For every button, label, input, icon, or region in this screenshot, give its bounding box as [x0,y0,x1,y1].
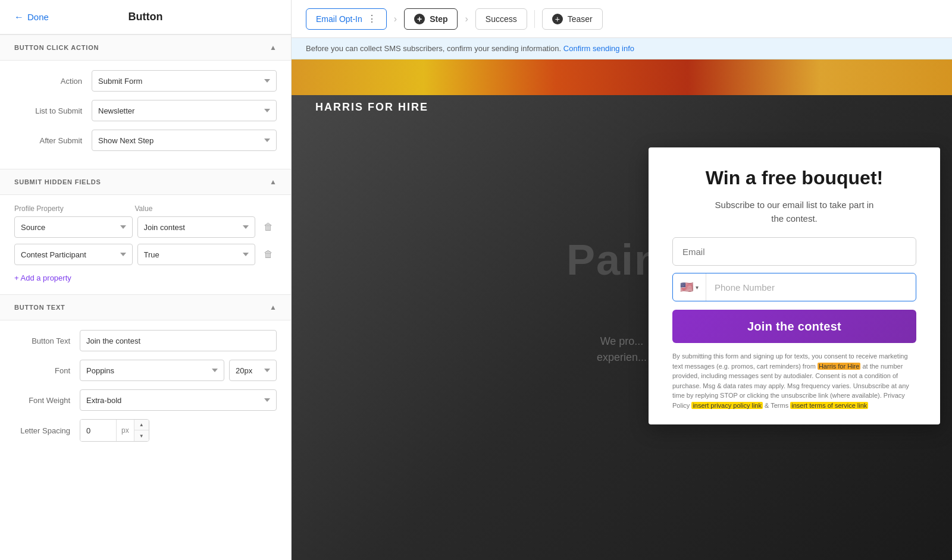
hidden-field-row-1: Source Join contest 🗑 [14,216,277,238]
popup-title: Win a free bouquet! [672,166,916,189]
terms-link-highlight[interactable]: insert terms of service link [790,402,868,409]
action-row: Action Submit Form [14,70,277,92]
step-button[interactable]: + Step [404,8,458,30]
success-button[interactable]: Success [475,8,527,30]
floral-background-top [292,59,952,95]
collapse-hidden-fields[interactable]: ▲ [270,178,277,186]
arrow-icon-2: › [465,14,468,24]
top-bar: Email Opt-In ⋮ › + Step › Success + Teas… [292,0,952,38]
property-select-2[interactable]: Contest Participant [14,244,133,265]
font-select[interactable]: Poppins [80,360,224,381]
back-button[interactable]: ← Done [14,12,49,23]
phone-placeholder: Phone Number [706,282,916,292]
delete-field-2[interactable]: 🗑 [260,246,277,263]
preview-background: HARRIS FOR HIRE Paint We pro...experien.… [292,59,952,560]
property-select-1[interactable]: Source [14,216,133,238]
profile-property-col-label: Profile Property [14,205,130,213]
font-label: Font [14,366,80,375]
spacing-up-arrow[interactable]: ▲ [134,420,149,430]
letter-spacing-input-wrap: px ▲ ▼ [80,419,149,442]
terms-text: & Terms [765,402,788,409]
teaser-button[interactable]: + Teaser [542,8,603,30]
button-click-action-title: BUTTON CLICK ACTION [14,44,99,51]
email-optin-button[interactable]: Email Opt-In ⋮ [306,8,387,30]
separator [534,10,535,28]
font-weight-select[interactable]: Extra-bold [80,389,277,411]
button-text-row: Button Text [14,330,277,351]
banner-text: Before you can collect SMS subscribers, … [306,44,561,53]
hidden-fields-body: Profile Property Value Source Join conte… [0,195,291,294]
after-submit-label: After Submit [14,136,92,145]
button-text-input[interactable] [80,330,277,351]
teaser-plus-icon: + [552,14,563,24]
font-weight-label: Font Weight [14,396,80,405]
list-to-submit-label: List to Submit [14,106,92,115]
submit-hidden-fields-header: SUBMIT HIDDEN FIELDS ▲ [0,169,291,195]
arrow-icon-1: › [394,14,397,24]
privacy-link-highlight[interactable]: insert privacy policy link [691,402,763,409]
letter-spacing-label: Letter Spacing [14,426,80,435]
button-text-label: Button Text [14,336,80,345]
submit-hidden-fields-title: SUBMIT HIDDEN FIELDS [14,178,101,185]
list-to-submit-row: List to Submit Newsletter [14,100,277,121]
action-select[interactable]: Submit Form [92,70,277,92]
harris-logo: HARRIS FOR HIRE [315,101,428,114]
phone-flag-selector[interactable]: 🇺🇸 ▾ [673,273,706,301]
popup-phone-row: 🇺🇸 ▾ Phone Number [672,273,916,301]
panel-header: ← Done Button [0,0,291,34]
back-label: Done [27,12,49,22]
popup-content: Win a free bouquet! Subscribe to our ema… [649,147,940,424]
collapse-button-click-action[interactable]: ▲ [270,43,277,52]
button-click-action-header: BUTTON CLICK ACTION ▲ [0,34,291,61]
popup-subtitle: Subscribe to our email list to take part… [672,199,916,225]
brand-name-highlight: Harris for Hire [818,363,860,370]
letter-spacing-input[interactable] [80,420,116,441]
success-label: Success [486,14,517,24]
left-panel: ← Done Button BUTTON CLICK ACTION ▲ Acti… [0,0,292,560]
action-label: Action [14,77,92,86]
popup-card: Win a free bouquet! Subscribe to our ema… [649,147,940,424]
button-text-body: Button Text Font Poppins 20px Font Weigh… [0,320,291,460]
email-optin-dots-icon: ⋮ [367,13,377,24]
phone-chevron-icon: ▾ [696,284,699,291]
value-col-label: Value [135,205,251,213]
teaser-label: Teaser [568,14,593,24]
font-weight-row: Font Weight Extra-bold [14,389,277,411]
spacing-arrows: ▲ ▼ [134,420,149,441]
letter-spacing-row: Letter Spacing px ▲ ▼ [14,419,277,442]
right-panel: Email Opt-In ⋮ › + Step › Success + Teas… [292,0,952,560]
delete-field-1[interactable]: 🗑 [260,219,277,235]
add-property-button[interactable]: + Add a property [14,271,71,285]
background-sub-text: We pro...experien... [597,334,647,366]
back-arrow-icon: ← [14,12,24,23]
step-plus-icon: + [414,14,425,24]
popup-disclaimer: By submitting this form and signing up f… [672,351,916,410]
preview-area: HARRIS FOR HIRE Paint We pro...experien.… [292,59,952,560]
after-submit-row: After Submit Show Next Step [14,130,277,151]
field-column-headers: Profile Property Value [14,205,277,213]
after-submit-select[interactable]: Show Next Step [92,130,277,151]
button-text-title: BUTTON TEXT [14,304,65,311]
button-click-action-body: Action Submit Form List to Submit Newsle… [0,61,291,169]
hidden-field-row-2: Contest Participant True 🗑 [14,244,277,265]
us-flag-icon: 🇺🇸 [680,281,693,294]
confirm-sending-link[interactable]: Confirm sending info [563,44,634,53]
font-size-select[interactable]: 20px [229,360,277,381]
value-select-1[interactable]: Join contest [137,216,256,238]
button-text-header: BUTTON TEXT ▲ [0,294,291,320]
step-label: Step [430,14,447,24]
popup-email-input[interactable] [672,237,916,266]
popup-submit-button[interactable]: Join the contest [672,310,916,343]
spacing-unit: px [116,420,134,441]
spacing-down-arrow[interactable]: ▼ [134,430,149,441]
value-select-2[interactable]: True [137,244,256,265]
font-row: Font Poppins 20px [14,360,277,381]
collapse-button-text[interactable]: ▲ [270,303,277,312]
info-banner: Before you can collect SMS subscribers, … [292,38,952,59]
list-to-submit-select[interactable]: Newsletter [92,100,277,121]
email-optin-label: Email Opt-In [316,14,362,24]
panel-title: Button [129,11,163,23]
